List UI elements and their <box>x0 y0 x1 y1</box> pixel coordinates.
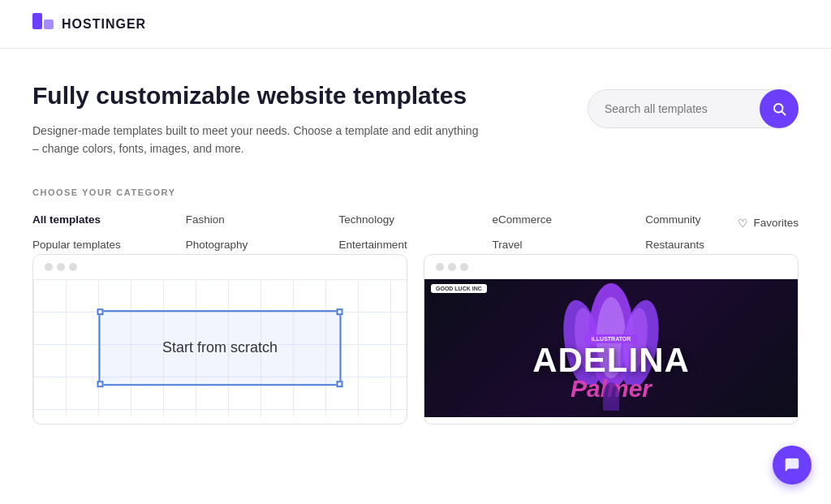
hero-description: Designer-made templates built to meet yo… <box>32 122 487 158</box>
search-section <box>588 89 799 128</box>
favorites-label: Favorites <box>753 217 799 229</box>
corner-handle-bl <box>97 381 104 388</box>
category-restaurants[interactable]: Restaurants <box>645 235 799 254</box>
svg-rect-0 <box>32 13 42 29</box>
card-header-blank <box>33 255 407 279</box>
hero-title: Fully customizable website templates <box>32 81 487 110</box>
corner-handle-tr <box>337 308 343 315</box>
category-technology[interactable]: Technology <box>339 210 493 229</box>
hero-section: Fully customizable website templates Des… <box>32 81 799 158</box>
category-popular-templates[interactable]: Popular templates <box>32 235 186 254</box>
category-label: CHOOSE YOUR CATEGORY <box>32 187 799 197</box>
category-fashion[interactable]: Fashion <box>186 210 339 229</box>
svg-line-3 <box>781 111 785 114</box>
category-travel[interactable]: Travel <box>492 235 645 254</box>
svg-rect-1 <box>44 19 54 29</box>
logo[interactable]: HOSTINGER <box>32 13 146 36</box>
template-badge: GOOD LUCK INC <box>431 284 487 293</box>
search-icon <box>772 101 786 116</box>
figure-silhouette <box>603 382 619 411</box>
category-section: CHOOSE YOUR CATEGORY All templates Popul… <box>32 187 799 230</box>
window-dot-3 <box>460 263 468 271</box>
corner-handle-tl <box>97 308 104 315</box>
scratch-box: Start from scratch <box>99 310 342 386</box>
window-dot-1 <box>436 263 444 271</box>
heart-icon: ♡ <box>738 217 748 230</box>
preview-content: GOOD LUCK INC ILLUSTRATOR ADELINA Palmer <box>424 279 798 417</box>
category-all-templates[interactable]: All templates <box>32 210 186 229</box>
scratch-label: Start from scratch <box>162 339 278 356</box>
header: HOSTINGER <box>0 0 831 49</box>
corner-handle-br <box>337 381 343 388</box>
search-button[interactable] <box>760 89 799 128</box>
window-dot-3 <box>69 263 77 271</box>
favorites-link[interactable]: ♡ Favorites <box>738 217 799 230</box>
blank-template-preview: Start from scratch <box>33 279 407 417</box>
blank-template-card[interactable]: Start from scratch <box>32 254 407 424</box>
adelina-template-card[interactable]: GOOD LUCK INC ILLUSTRATOR ADELINA Palmer <box>424 254 799 424</box>
adelina-title: ADELINA <box>532 341 690 380</box>
card-header-adelina <box>424 255 798 279</box>
adelina-preview: GOOD LUCK INC ILLUSTRATOR ADELINA Palmer <box>424 279 798 417</box>
hero-text: Fully customizable website templates Des… <box>32 81 487 158</box>
window-dot-2 <box>448 263 456 271</box>
search-container <box>588 89 799 128</box>
window-dot-2 <box>57 263 65 271</box>
main-content: Fully customizable website templates Des… <box>0 49 831 424</box>
category-ecommerce[interactable]: eCommerce <box>492 210 645 229</box>
logo-text: HOSTINGER <box>62 17 146 32</box>
hostinger-logo-icon <box>32 13 55 36</box>
category-entertainment[interactable]: Entertainment <box>339 235 493 254</box>
category-photography[interactable]: Photography <box>186 235 339 254</box>
illustrator-label: ILLUSTRATOR <box>585 334 638 343</box>
window-dot-1 <box>45 263 53 271</box>
